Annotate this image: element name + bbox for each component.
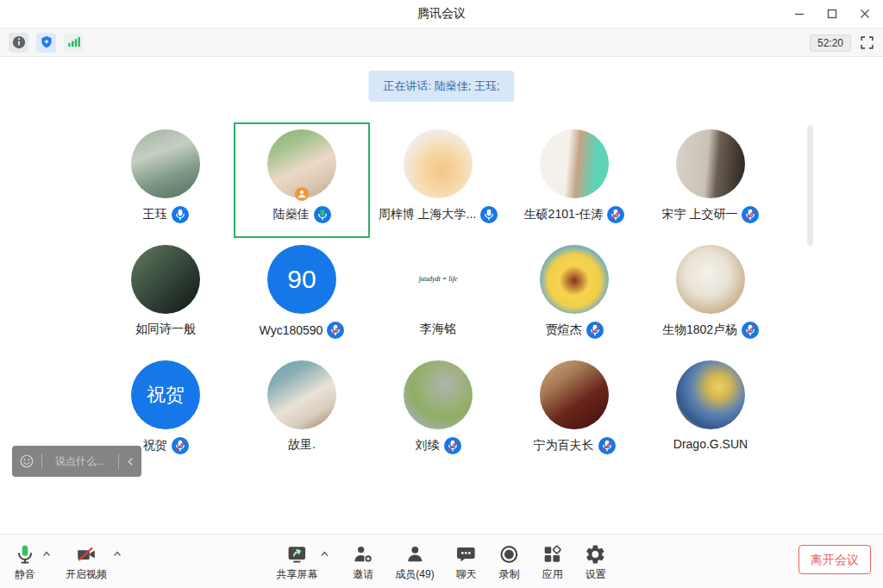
participant-name: 王珏 [143, 207, 167, 222]
scrollbar-thumb[interactable] [807, 125, 813, 246]
invite-person-icon [352, 543, 374, 566]
avatar [676, 129, 745, 198]
participant-tile[interactable]: 陆燊佳 [234, 122, 370, 238]
mic-muted-icon [444, 437, 461, 454]
participant-name: 李海铭 [420, 322, 456, 337]
members-label: 成员(49) [395, 569, 434, 579]
mute-options-chevron[interactable] [40, 547, 53, 561]
share-screen-button[interactable]: 共享屏幕 [276, 543, 317, 579]
meeting-info-strip: 52:20 [0, 28, 883, 57]
share-options-chevron[interactable] [317, 547, 331, 561]
title-bar: 腾讯会议 [0, 0, 883, 28]
chat-bubble-icon [455, 543, 478, 566]
video-options-chevron[interactable] [110, 547, 124, 561]
minimize-button[interactable] [783, 0, 816, 28]
mic-on-icon [172, 206, 189, 223]
mic-muted-icon [598, 437, 616, 454]
participant-tile[interactable]: 刘续 [370, 353, 506, 469]
mic-muted-icon [327, 322, 344, 339]
participant-name: 宁为百夫长 [534, 438, 594, 454]
invite-button[interactable]: 邀请 [352, 543, 374, 579]
mic-muted-icon [586, 322, 604, 339]
participant-tile[interactable]: 贾煊杰 [506, 238, 642, 353]
participant-name: Wyc180590 [260, 323, 323, 337]
mic-muted-icon [172, 437, 189, 454]
avatar [404, 129, 473, 198]
mute-button[interactable]: 静音 [14, 543, 36, 579]
avatar: 90 [267, 245, 336, 314]
start-video-button[interactable]: 开启视频 [66, 543, 107, 579]
gear-icon [585, 543, 607, 566]
members-button[interactable]: 成员(49) [395, 543, 434, 579]
share-screen-icon [285, 543, 308, 566]
avatar [267, 129, 336, 198]
meeting-info-icon[interactable] [9, 33, 28, 53]
participant-tile[interactable]: 生硕2101-任涛 [506, 122, 642, 238]
settings-button[interactable]: 设置 [585, 543, 607, 579]
emoji-icon[interactable] [12, 446, 41, 477]
participant-tile[interactable]: 90Wyc180590 [234, 238, 370, 353]
participant-tile[interactable]: 周梓博 上海大学... [370, 122, 506, 238]
record-icon [498, 543, 521, 566]
participant-tile[interactable]: 宁为百夫长 [506, 353, 642, 469]
record-button[interactable]: 录制 [498, 543, 521, 579]
leave-meeting-button[interactable]: 离开会议 [798, 545, 871, 574]
record-label: 录制 [499, 569, 520, 579]
participant-name: 周梓博 上海大学... [379, 207, 477, 222]
mic-muted-icon [742, 322, 759, 339]
share-screen-label: 共享屏幕 [276, 569, 317, 579]
avatar: 祝贺 [131, 360, 200, 429]
avatar [267, 360, 336, 429]
meeting-timer: 52:20 [810, 34, 851, 52]
participant-tile[interactable]: 如同诗一般 [97, 238, 234, 353]
participant-name: 宋宇 上交研一 [662, 207, 738, 222]
host-badge-icon [295, 187, 309, 201]
participant-tile[interactable]: 故里. [234, 353, 370, 469]
bottom-toolbar: 静音 开启视频 共享屏幕 邀请 成员(49) [0, 534, 883, 588]
speaking-banner: 正在讲话: 陆燊佳; 王珏; [368, 71, 514, 102]
window-title: 腾讯会议 [417, 6, 466, 22]
network-signal-icon[interactable] [64, 33, 84, 53]
chevron-left-icon[interactable] [119, 446, 141, 477]
participant-name: Drago.G.SUN [673, 437, 748, 451]
close-button[interactable] [849, 0, 881, 28]
participant-name: 祝贺 [143, 438, 167, 454]
apps-grid-icon [542, 543, 564, 566]
participant-name: 陆燊佳 [273, 207, 310, 222]
avatar-text: 祝贺 [147, 385, 185, 404]
avatar [540, 245, 609, 314]
participant-name: 故里. [288, 437, 316, 453]
mic-muted-icon [607, 206, 624, 223]
apps-button[interactable]: 应用 [542, 543, 564, 579]
participant-tile[interactable]: Drago.G.SUN [642, 353, 779, 469]
avatar [540, 129, 609, 198]
start-video-label: 开启视频 [66, 569, 107, 579]
members-icon [404, 543, 426, 566]
avatar [131, 245, 200, 314]
avatar: ∫studydt = life [404, 245, 473, 314]
maximize-button[interactable] [816, 0, 849, 28]
avatar-text: 90 [287, 266, 316, 292]
participant-tile[interactable]: 王珏 [97, 122, 234, 238]
participant-name: 生硕2101-任涛 [524, 207, 604, 222]
meeting-main-area: 正在讲话: 陆燊佳; 王珏; 王珏陆燊佳周梓博 上海大学...生硕2101-任涛… [0, 58, 883, 535]
fullscreen-icon[interactable] [860, 35, 874, 50]
avatar [676, 360, 745, 429]
participant-tile[interactable]: 生物1802卢杨 [642, 238, 779, 353]
chat-input-placeholder[interactable]: 说点什么... [42, 446, 118, 477]
participant-tile[interactable]: ∫studydt = life李海铭 [370, 238, 506, 353]
camera-off-icon [75, 543, 97, 566]
quick-chat-bar[interactable]: 说点什么... [12, 446, 141, 477]
invite-label: 邀请 [353, 569, 373, 579]
avatar [676, 245, 745, 314]
security-shield-icon[interactable] [36, 33, 56, 53]
participant-name: 刘续 [416, 438, 440, 454]
participant-name: 贾煊杰 [546, 322, 582, 338]
participant-tile[interactable]: 宋宇 上交研一 [642, 122, 779, 238]
apps-label: 应用 [542, 569, 563, 579]
avatar [131, 129, 200, 198]
mic-on-icon [480, 206, 498, 223]
avatar [540, 360, 609, 429]
mute-label: 静音 [15, 569, 35, 579]
chat-button[interactable]: 聊天 [455, 543, 478, 579]
